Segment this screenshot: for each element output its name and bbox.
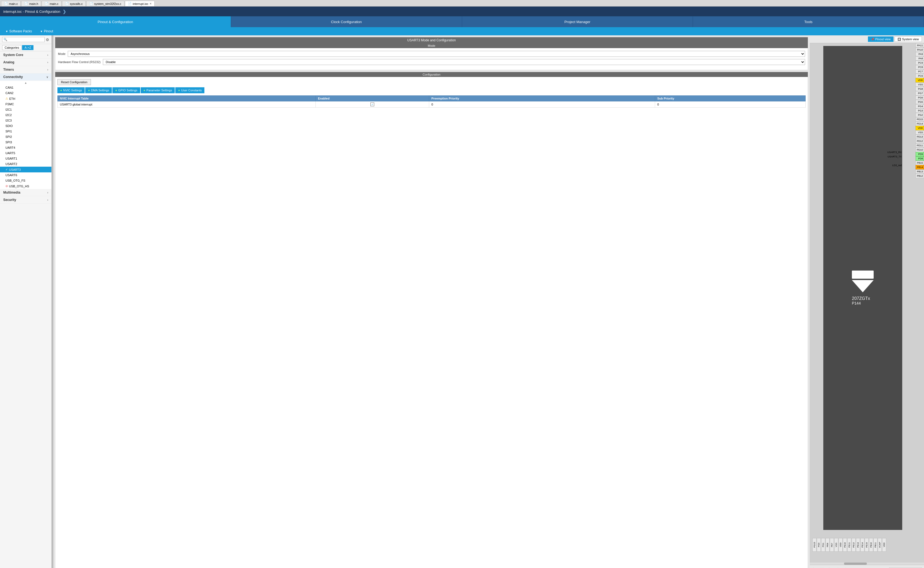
pin-pa9: PA9: [916, 52, 924, 56]
svg-rect-0: [852, 270, 874, 279]
pin-pb13: PB13: [916, 169, 924, 174]
sub-tab-software-packs[interactable]: ▼ Software Packs: [5, 29, 32, 33]
chip-model: 207ZGTx: [852, 296, 874, 301]
enabled-cell[interactable]: ✓: [316, 101, 429, 108]
pin-pb14: PB14: [916, 165, 924, 169]
sidebar-item-timers[interactable]: Timers ›: [0, 66, 52, 73]
pin-pg4: PG4: [916, 104, 924, 109]
chip-scrollbar[interactable]: [810, 563, 924, 565]
sub-priority-cell[interactable]: 0: [655, 101, 805, 108]
pin-vdd1: VDD: [916, 78, 924, 82]
sidebar-item-sdio[interactable]: SDIO: [0, 123, 52, 128]
pin-vcap: VCAP: [878, 538, 882, 552]
connectivity-subitems: ▲ CAN1 CAN2 ⚠ ETH FSMC I2C1 I2C: [0, 81, 52, 189]
tab-gpio-settings[interactable]: ● GPIO Settings: [112, 87, 140, 93]
file-tab-main-c-1[interactable]: 📄main.c: [1, 1, 21, 6]
sidebar-item-usb-otg-fs[interactable]: USB_OTG_FS: [0, 178, 52, 183]
reset-config-button[interactable]: Reset Configuration: [58, 79, 91, 85]
sidebar-item-usart2[interactable]: USART2: [0, 161, 52, 167]
file-tab-interrupt[interactable]: 📄interrupt.ioc✕: [125, 1, 155, 6]
sidebar-item-spi1[interactable]: SPI1: [0, 128, 52, 134]
chevron-down-icon: ∨: [46, 76, 48, 79]
sub-tab-pinout[interactable]: ▼ Pinout: [40, 29, 53, 33]
pinout-icon: 📌: [871, 38, 874, 41]
tab-project[interactable]: Project Manager: [462, 16, 693, 27]
pin-pg7: PG7: [916, 91, 924, 95]
sidebar-item-spi2[interactable]: SPI2: [0, 134, 52, 139]
sidebar-item-usart1[interactable]: USART1: [0, 156, 52, 161]
sidebar-item-can2[interactable]: CAN2: [0, 90, 52, 96]
chevron-right-icon: ›: [47, 68, 48, 71]
sidebar-item-fsmc[interactable]: FSMC: [0, 101, 52, 107]
checkbox-checked[interactable]: ✓: [370, 103, 374, 106]
tab-categories[interactable]: Categories: [2, 45, 21, 50]
pin-pe8: PE8: [826, 538, 830, 552]
pin-pc6: PC6: [916, 74, 924, 78]
pin-vdd3: VDD: [839, 538, 843, 552]
config-tabs: ● NVIC Settings ● DMA Settings ● GPIO Se…: [55, 87, 808, 93]
sidebar-item-connectivity[interactable]: Connectivity ∨: [0, 73, 52, 81]
config-section-header: Configuration: [55, 72, 808, 77]
tab-clock[interactable]: Clock Configuration: [231, 16, 462, 27]
sidebar-item-system-core[interactable]: System Core ›: [0, 51, 52, 59]
sidebar-item-i2c1[interactable]: I2C1: [0, 107, 52, 112]
hw-flow-select[interactable]: Disable CTS Only RTS Only: [103, 59, 805, 65]
view-tabs: 📌 Pinout view 🔲 System view: [810, 35, 924, 43]
sidebar-item-spi3[interactable]: SPI3: [0, 139, 52, 145]
tab-az[interactable]: A->Z: [22, 45, 33, 50]
tab-tools[interactable]: Tools: [693, 16, 924, 27]
sidebar-item-security[interactable]: Security ›: [0, 196, 52, 204]
sidebar-item-analog[interactable]: Analog ›: [0, 59, 52, 66]
mode-subsection-header: Mode: [55, 43, 808, 48]
file-tab-system[interactable]: 📄system_stm32f2xx.c: [86, 1, 124, 6]
sidebar-item-usb-otg-hs[interactable]: ⊘ USB_OTG_HS: [0, 183, 52, 189]
hw-flow-label: Hardware Flow Control (RS232): [58, 60, 101, 63]
dma-check-icon: ●: [88, 88, 90, 92]
sidebar-items: System Core › Analog › Timers › Connecti…: [0, 51, 52, 568]
file-tab-syscalls[interactable]: 📄syscalls.c: [62, 1, 86, 6]
pin-pe15: PE15: [865, 538, 869, 552]
sidebar: 🔍 ⚙ Categories A->Z System Core › Analog…: [0, 35, 52, 568]
col-enabled: Enabled: [316, 96, 429, 101]
sidebar-item-multimedia[interactable]: Multimedia ›: [0, 189, 52, 196]
sidebar-item-i2c2[interactable]: I2C2: [0, 112, 52, 118]
nvic-check-icon: ●: [60, 88, 62, 92]
tab-system-view[interactable]: 🔲 System view: [895, 36, 922, 42]
sidebar-item-usart6[interactable]: USART6: [0, 172, 52, 178]
col-preemption: Preemption Priority: [429, 96, 655, 101]
file-tab-main-c-2[interactable]: 📄main.c: [42, 1, 61, 6]
search-input[interactable]: [8, 38, 43, 41]
pin-pb10: PB10: [869, 538, 873, 552]
tab-pinout-view[interactable]: 📌 Pinout view: [868, 36, 894, 42]
preemption-cell[interactable]: 0: [429, 101, 655, 108]
gear-icon[interactable]: ⚙: [46, 38, 49, 42]
pin-pb11: PB11: [873, 538, 877, 552]
sidebar-item-i2c3[interactable]: I2C3: [0, 118, 52, 123]
tab-pinout[interactable]: Pinout & Configuration: [0, 16, 231, 27]
file-tab-main-h[interactable]: 📄main.h: [21, 1, 41, 6]
tab-parameter-settings[interactable]: ● Parameter Settings: [141, 87, 175, 93]
file-tabs: 📄main.c📄main.h📄main.c📄syscalls.c📄system_…: [0, 0, 924, 6]
pin-vdd2: VDD: [916, 126, 924, 130]
sidebar-item-uart5[interactable]: UART5: [0, 150, 52, 156]
pin-pd8: PD8: [916, 156, 924, 161]
sidebar-item-eth[interactable]: ⚠ ETH: [0, 96, 52, 101]
usart3-tx-annotation: USART3_TX: [888, 155, 902, 158]
mode-select[interactable]: Asynchronous Disable Synchronous: [68, 51, 805, 57]
sidebar-item-usart3[interactable]: ✓ USART3: [0, 167, 52, 172]
pin-pc7: PC7: [916, 69, 924, 74]
pin-pe7: PE7: [830, 538, 834, 552]
main-content: 🔍 ⚙ Categories A->Z System Core › Analog…: [0, 35, 924, 568]
sidebar-item-can1[interactable]: CAN1: [0, 85, 52, 90]
tab-user-constants[interactable]: ● User Constants: [175, 87, 204, 93]
tab-nvic-settings[interactable]: ● NVIC Settings: [58, 87, 85, 93]
tab-dma-settings[interactable]: ● DMA Settings: [85, 87, 112, 93]
file-tab-icon: 📄: [89, 2, 93, 5]
sidebar-item-uart4[interactable]: UART4: [0, 145, 52, 150]
file-tab-icon: 📄: [45, 2, 48, 5]
pin-vss1: VSS: [916, 82, 924, 87]
pin-pg15: PG15: [812, 538, 816, 552]
scroll-thumb[interactable]: [844, 563, 867, 565]
file-tab-label: main.c: [9, 2, 18, 5]
close-icon[interactable]: ✕: [149, 2, 151, 5]
